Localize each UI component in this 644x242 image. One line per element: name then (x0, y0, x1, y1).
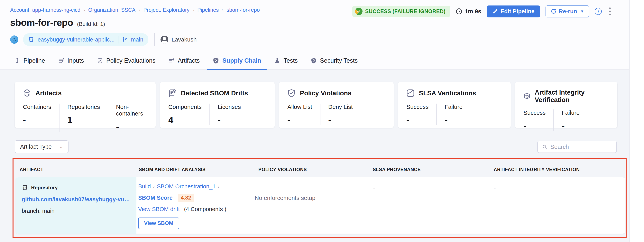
search-box (537, 141, 617, 153)
repository-icon: </> (28, 36, 34, 42)
stat-deny-list: Deny List - (320, 104, 360, 125)
chevron-down-icon: ⌄ (60, 144, 63, 150)
tab-label: Inputs (67, 57, 84, 64)
card-title: SLSA Verifications (419, 90, 476, 97)
stat-label: Failure (562, 110, 580, 116)
flask-icon (274, 58, 280, 64)
artifact-type-label: Artifact Type (20, 144, 52, 150)
repo-link[interactable]: easybuggy-vulnerable-applic... (38, 36, 114, 43)
branch-link[interactable]: main (131, 36, 143, 43)
inputs-icon (58, 58, 64, 64)
view-sbom-drift-link[interactable]: View SBOM drift (138, 206, 180, 212)
info-icon[interactable]: i (595, 8, 602, 15)
col-artifact-integrity: ARTIFACT INTEGRITY VERIFICATION (494, 167, 580, 172)
chevron-separator: › (84, 8, 85, 13)
stat-slsa-success: Success - (406, 104, 436, 125)
search-input[interactable] (550, 144, 612, 150)
sbom-crumb-build[interactable]: Build (138, 183, 151, 190)
stat-value: - (524, 120, 546, 131)
clock-icon (456, 8, 462, 15)
stat-value: 4 (168, 114, 202, 125)
edit-pipeline-button[interactable]: Edit Pipeline (487, 6, 540, 18)
rerun-button[interactable]: Re-run ▼ (546, 6, 589, 18)
status-badge: SUCCESS (FAILURE IGNORED) (352, 6, 450, 17)
tab-tests[interactable]: Tests (274, 52, 298, 70)
app-frame: Account: app-harness-ng-cicd › Organizat… (0, 0, 629, 242)
pencil-icon (492, 8, 498, 14)
filter-row: Artifact Type ⌄ (15, 140, 617, 153)
tab-artifacts[interactable]: Artifacts (168, 52, 200, 70)
breadcrumb-pipelines[interactable]: Pipelines (197, 7, 219, 13)
stat-label: Repositories (67, 104, 100, 110)
stat-label: Failure (444, 104, 462, 110)
status-badge-label: SUCCESS (FAILURE IGNORED) (365, 8, 446, 14)
card-slsa-verifications: SLSA Verifications Success - Failure - (398, 82, 511, 128)
summary-cards: Artifacts Containers - Repositories 1 No… (15, 82, 618, 128)
security-shield-icon (311, 58, 317, 64)
header-actions: SUCCESS (FAILURE IGNORED) 1m 9s Edit Pip… (352, 6, 613, 17)
artifact-type-select[interactable]: Artifact Type ⌄ (15, 140, 68, 153)
artifact-branch: branch: main (22, 208, 130, 214)
user-name: Lavakush (172, 36, 196, 43)
repo-chip: </> easybuggy-vulnerable-applic... main (23, 33, 148, 46)
page-title: sbom-for-repo (10, 17, 73, 28)
stat-label: Licenses (218, 104, 241, 110)
view-sbom-button[interactable]: View SBOM (138, 218, 179, 229)
svg-text:</>: </> (24, 186, 26, 188)
tab-supply-chain[interactable]: Supply Chain (212, 52, 261, 70)
stat-label: Success (524, 110, 546, 116)
chevron-separator: › (222, 8, 223, 13)
tab-security-tests[interactable]: Security Tests (311, 52, 358, 70)
stat-value: - (287, 114, 312, 125)
tab-label: Policy Evaluations (106, 57, 156, 64)
duration-value: 1m 9s (465, 8, 481, 15)
card-title: Artifact Integrity Verification (535, 89, 610, 104)
breadcrumb: Account: app-harness-ng-cicd › Organizat… (10, 7, 260, 13)
tab-pipeline[interactable]: Pipeline (14, 52, 45, 70)
tab-label: Tests (284, 57, 298, 64)
execution-meta-row: </> easybuggy-vulnerable-applic... main … (10, 33, 197, 46)
card-title: Artifacts (36, 90, 62, 97)
divider (154, 33, 155, 46)
stat-value: - (562, 120, 580, 131)
tab-label: Security Tests (320, 57, 358, 64)
col-sbom-drift: SBOM AND DRIFT ANALYSIS (139, 167, 206, 172)
svg-text:</>: </> (30, 38, 32, 40)
chevron-separator: › (138, 8, 140, 13)
card-title: Policy Violations (300, 90, 351, 97)
artifact-repo-link[interactable]: github.com/lavakush07/easybuggy-vulner..… (22, 196, 130, 203)
caret-down-icon: ▼ (580, 9, 584, 14)
trigger-type-icon (10, 36, 18, 44)
more-options-menu[interactable] (607, 6, 613, 16)
breadcrumb-account[interactable]: Account: app-harness-ng-cicd (10, 7, 80, 13)
stat-label: Non-containers (116, 104, 143, 117)
stat-value: - (444, 114, 462, 125)
chevron-separator: › (153, 184, 155, 189)
tab-policy-evaluations[interactable]: Policy Evaluations (97, 52, 156, 70)
chevron-separator: › (218, 184, 220, 189)
artifact-cell: </> Repository github.com/lavakush07/eas… (16, 178, 136, 234)
supply-chain-icon (212, 57, 219, 64)
edit-pipeline-label: Edit Pipeline (500, 8, 534, 15)
supply-chain-content: Artifacts Containers - Repositories 1 No… (0, 70, 629, 242)
stat-allow-list: Allow List - (287, 104, 320, 125)
page-title-row: sbom-for-repo (Build Id: 1) (10, 17, 105, 28)
breadcrumb-organization[interactable]: Organization: SSCA (88, 7, 136, 13)
table-row: </> Repository github.com/lavakush07/eas… (16, 178, 625, 234)
card-sbom-drifts: Detected SBOM Drifts Components 4 Licens… (160, 82, 275, 128)
sbom-score-badge: 4.82 (178, 194, 194, 202)
stat-containers: Containers - (22, 104, 59, 132)
tab-inputs[interactable]: Inputs (58, 52, 84, 70)
search-icon (542, 144, 547, 150)
repository-icon: </> (22, 184, 28, 191)
sbom-crumb-orchestration[interactable]: SBOM Orchestration_1 (157, 183, 216, 190)
policy-violations-cell: No enforcements setup (255, 178, 372, 234)
artifact-integrity-cell: - (494, 178, 611, 234)
card-artifacts: Artifacts Containers - Repositories 1 No… (15, 82, 156, 128)
sbom-cell: Build › SBOM Orchestration_1 › SBOM Scor… (138, 178, 254, 234)
breadcrumb-project[interactable]: Project: Exploratory (143, 7, 190, 13)
breadcrumb-current-pipeline[interactable]: sbom-for-repo (226, 7, 260, 13)
stat-slsa-failure: Failure - (436, 104, 470, 125)
shield-check-icon (97, 58, 103, 64)
card-title: Detected SBOM Drifts (181, 90, 248, 97)
